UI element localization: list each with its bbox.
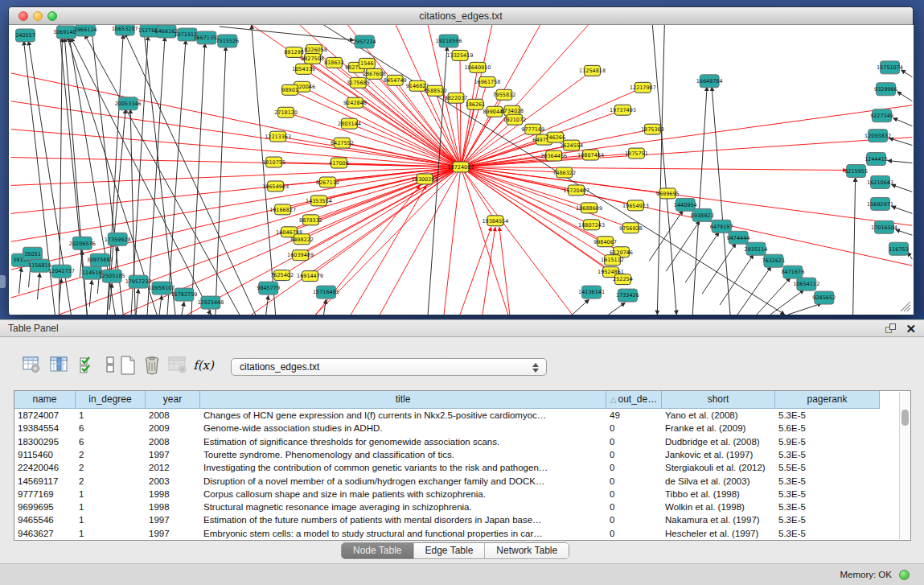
citation-network-graph[interactable]: 1822605889129598275088186321054339982750…	[10, 25, 914, 315]
network-node[interactable]: 6479197	[710, 220, 733, 233]
table-row[interactable]: 2242004622012Investigating the contribut…	[14, 461, 895, 474]
table-cell[interactable]: Yano et al. (2008)	[662, 409, 775, 422]
table-cell[interactable]: Wolkin et al. (1998)	[662, 501, 775, 513]
network-node[interactable]: 12217987	[630, 82, 656, 93]
table-cell[interactable]: Changes of HCN gene expression and I(f) …	[200, 409, 606, 422]
network-node[interactable]: 252254	[613, 274, 633, 285]
table-cell[interactable]: Hescheler et al. (1997)	[662, 527, 775, 540]
table-cell[interactable]: Genome-wide association studies in ADHD.	[200, 422, 606, 435]
network-node[interactable]: 12213363	[265, 131, 291, 142]
table-cell[interactable]: 5.3E-5	[775, 409, 880, 422]
network-node[interactable]: 9329966	[874, 83, 897, 96]
table-row[interactable]: 969969511998Structural magnetic resonanc…	[14, 501, 895, 513]
column-header-out_de[interactable]: △out_de…	[606, 391, 662, 409]
select-all-button[interactable]	[76, 355, 97, 377]
table-cell[interactable]: 0	[606, 475, 662, 488]
table-cell[interactable]: Investigating the contribution of common…	[200, 461, 606, 474]
table-scrollbar[interactable]	[899, 392, 910, 539]
table-cell[interactable]: 6	[76, 422, 146, 435]
network-node[interactable]: 17016504	[871, 220, 897, 233]
network-node[interactable]: 9474444	[727, 231, 750, 244]
network-node[interactable]: 1810755	[262, 157, 285, 167]
column-header-pagerank[interactable]: pagerank	[775, 391, 880, 409]
network-node[interactable]: 9245652	[812, 291, 836, 304]
network-node[interactable]: 13325419	[447, 50, 474, 60]
column-header-short[interactable]: short	[662, 391, 775, 409]
network-node[interactable]: 240557	[15, 29, 35, 42]
network-node[interactable]: 1054339	[292, 64, 315, 74]
network-node[interactable]: 20053346	[115, 97, 142, 110]
network-node[interactable]: 19737493	[610, 105, 636, 115]
table-cell[interactable]: 5.6E-5	[775, 422, 880, 435]
table-cell[interactable]: 6	[76, 435, 146, 448]
network-node[interactable]: 10654112	[793, 278, 819, 290]
table-cell[interactable]: 2012	[146, 461, 200, 474]
table-cell[interactable]: Estimation of the future numbers of pati…	[200, 513, 606, 526]
table-cell[interactable]: 5.3E-5	[775, 527, 880, 540]
table-cell[interactable]: 2	[76, 475, 146, 488]
table-cell[interactable]: 2008	[146, 409, 200, 422]
table-row[interactable]: 977716911998Corpus callosum shape and si…	[14, 488, 895, 501]
window-titlebar[interactable]: citations_edges.txt	[9, 7, 913, 25]
network-node[interactable]: 14353554	[306, 196, 332, 206]
table-cell[interactable]: 1997	[146, 513, 200, 526]
network-node[interactable]: 17359928	[105, 233, 131, 245]
table-row[interactable]: 1830029562008Estimation of significance …	[14, 435, 895, 448]
network-node[interactable]: 98901	[281, 84, 298, 95]
network-node[interactable]: 9242848	[343, 97, 367, 108]
table-cell[interactable]: Structural magnetic resonance image aver…	[200, 501, 606, 513]
network-node[interactable]: 9227349	[870, 109, 893, 122]
table-cell[interactable]: 18724007	[14, 409, 76, 422]
network-node[interactable]: 818632	[324, 57, 344, 68]
float-panel-icon[interactable]	[885, 323, 897, 335]
table-cell[interactable]: Tourette syndrome. Phenomenology and cla…	[200, 448, 606, 461]
table-cell[interactable]: 0	[606, 461, 662, 474]
network-node[interactable]: 19218596	[436, 35, 462, 47]
delete-table-button[interactable]	[142, 355, 162, 377]
network-node[interactable]: 746266	[545, 132, 565, 142]
window-resize-grip[interactable]	[898, 299, 911, 312]
create-table-button[interactable]	[117, 355, 138, 377]
network-node[interactable]: 10807484	[577, 150, 604, 160]
network-node[interactable]: 3175685	[347, 77, 370, 88]
network-node[interactable]: 9777169	[521, 124, 544, 134]
table-cell[interactable]: Estimation of significance thresholds fo…	[200, 435, 606, 448]
table-cell[interactable]: 1	[76, 501, 146, 513]
tab-node-table[interactable]: Node Table	[342, 543, 414, 558]
column-header-year[interactable]: year	[146, 391, 200, 409]
network-node[interactable]: 12923448	[197, 296, 224, 309]
show-column-button[interactable]	[48, 355, 69, 377]
network-node[interactable]: 116753	[889, 242, 909, 255]
table-select-dropdown[interactable]: citations_edges.txt	[231, 358, 547, 376]
table-scrollbar-thumb[interactable]	[901, 410, 909, 426]
network-canvas[interactable]: 1822605889129598275088186321054339982750…	[10, 25, 914, 315]
network-node[interactable]: 11254818	[579, 65, 606, 76]
column-header-name[interactable]: name	[14, 391, 76, 409]
table-cell[interactable]: Corpus callosum shape and size in male p…	[200, 488, 606, 501]
table-cell[interactable]: Disruption of a novel member of a sodium…	[200, 475, 606, 488]
table-cell[interactable]: 2	[76, 448, 146, 461]
network-node[interactable]: 2935114	[745, 242, 768, 255]
network-node[interactable]: 35051	[23, 247, 43, 260]
table-row[interactable]: 946554611997Estimation of the future num…	[14, 513, 895, 526]
network-node[interactable]: 16648784	[696, 75, 723, 88]
network-node[interactable]: 10688609	[576, 203, 602, 213]
table-cell[interactable]: Jankovic et al. (1997)	[662, 448, 775, 461]
tab-edge-table[interactable]: Edge Table	[414, 543, 486, 558]
table-cell[interactable]: 1997	[146, 448, 200, 461]
table-cell[interactable]: 0	[606, 527, 662, 540]
table-cell[interactable]: Tibbo et al. (1998)	[662, 488, 775, 501]
table-cell[interactable]: 9777169	[14, 488, 76, 501]
network-node[interactable]: 15716485	[313, 286, 339, 299]
table-cell[interactable]: 5.5E-5	[775, 461, 880, 474]
network-node[interactable]: 8454749	[384, 75, 407, 85]
table-cell[interactable]: Embryonic stem cells: a model to study s…	[200, 527, 606, 540]
table-cell[interactable]: 5.3E-5	[775, 475, 880, 488]
table-panel-header[interactable]: Table Panel ✕	[0, 319, 924, 337]
network-node[interactable]: 3624554	[560, 140, 583, 150]
network-node[interactable]: 19654923	[622, 200, 649, 211]
table-cell[interactable]: 9115460	[14, 448, 76, 461]
network-node[interactable]: 20206576	[69, 237, 96, 249]
network-node[interactable]: 8938923	[691, 208, 714, 221]
table-cell[interactable]: 1	[76, 513, 146, 526]
